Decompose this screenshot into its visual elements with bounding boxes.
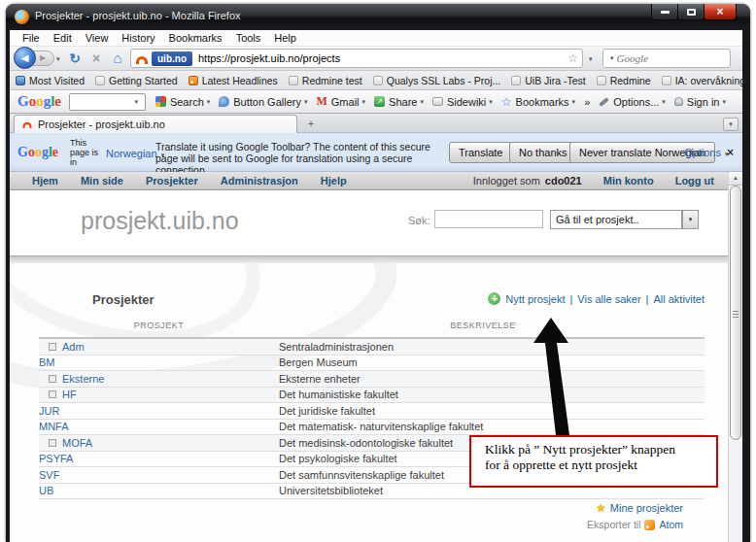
bookmark-getting-started[interactable]: Getting Started [95, 75, 178, 86]
nav-administrasjon[interactable]: Administrasjon [221, 175, 298, 186]
menu-bookmarks[interactable]: Bookmarks [162, 32, 229, 44]
no-thanks-button[interactable]: No thanks [509, 142, 577, 163]
project-link[interactable]: MNFA [39, 421, 69, 432]
translate-close-icon[interactable]: × [727, 146, 734, 159]
project-link[interactable]: JUR [39, 405, 59, 417]
page-icon [511, 76, 521, 85]
url-text[interactable]: https://prosjekt.uib.no/projects [198, 52, 567, 64]
project-link[interactable]: Adm [62, 341, 85, 353]
menu-file[interactable]: File [16, 32, 47, 44]
bookmarks-toolbar: Most Visited Getting Started Latest Head… [10, 71, 742, 90]
menu-help[interactable]: Help [267, 32, 303, 44]
project-link[interactable]: UB [39, 485, 53, 496]
bookmark-latest-headlines[interactable]: Latest Headlines [189, 75, 278, 86]
all-activity-link[interactable]: All aktivitet [653, 293, 704, 305]
my-projects: ★ Mine prosjekter [596, 501, 683, 515]
reload-button[interactable]: ↻ [66, 50, 84, 67]
bookmark-star-icon[interactable]: ☆ [567, 51, 578, 65]
active-tab[interactable]: Prosjekter - prosjekt.uib.no [14, 115, 297, 133]
translate-options-link[interactable]: Options ▾ [684, 147, 729, 158]
location-bar[interactable]: uib.no https://prosjekt.uib.no/projects … [130, 49, 583, 68]
gt-overflow-chevron[interactable]: » [584, 96, 590, 108]
expand-toggle-icon[interactable] [49, 375, 56, 383]
dropdown-icon[interactable]: ▾ [134, 98, 138, 106]
page-icon [662, 76, 671, 85]
bookmark-most-visited[interactable]: Most Visited [16, 75, 85, 86]
menu-edit[interactable]: Edit [47, 32, 79, 44]
expand-toggle-icon[interactable] [49, 439, 56, 447]
atom-link[interactable]: Atom [659, 519, 683, 530]
add-icon: + [488, 292, 500, 305]
bookmark-redmine-test[interactable]: Redmine test [289, 75, 362, 86]
engine-dropdown-icon[interactable]: ▾ [610, 54, 614, 62]
window-controls: × [652, 4, 737, 20]
sidewiki-icon [432, 97, 443, 106]
table-row: MNFADet matematisk- naturvitenskaplige f… [39, 420, 704, 436]
bookmark-ia-overvakning[interactable]: IA: overvåkning -På hø... [662, 75, 742, 86]
gt-bookmarks[interactable]: ☆Bookmarks▾ [501, 95, 575, 109]
google-toolbar-search-input[interactable]: ▾ [69, 93, 146, 111]
nav-min-side[interactable]: Min side [81, 175, 123, 186]
scrollbar-thumb[interactable] [730, 186, 741, 440]
new-tab-button[interactable]: + [303, 118, 319, 131]
scroll-up-icon[interactable]: ▲ [729, 172, 742, 186]
project-link[interactable]: BM [39, 356, 55, 368]
expand-toggle-icon[interactable] [49, 390, 56, 398]
bookmarks-star-icon: ☆ [501, 95, 512, 109]
gt-gmail[interactable]: MGmail▾ [316, 94, 365, 109]
new-project-link[interactable]: Nytt prosjekt [505, 293, 565, 305]
search-input[interactable] [617, 52, 742, 64]
gt-search-button[interactable]: Search▾ [155, 96, 210, 108]
menu-history[interactable]: History [115, 32, 161, 44]
nav-prosjekter[interactable]: Prosjekter [146, 175, 198, 186]
expand-toggle-icon[interactable] [49, 343, 56, 351]
bookmark-redmine[interactable]: Redmine [597, 75, 651, 86]
view-all-issues-link[interactable]: Vis alle saker [577, 293, 640, 305]
tab-title: Prosjekter - prosjekt.uib.no [38, 119, 165, 130]
logout-link[interactable]: Logg ut [675, 175, 714, 186]
gt-sidewiki[interactable]: Sidewiki▾ [432, 96, 493, 108]
maximize-button[interactable] [677, 4, 704, 20]
gt-button-gallery[interactable]: Button Gallery▾ [219, 96, 307, 108]
scrollbar-grip [733, 311, 739, 319]
project-jump-select[interactable]: Gå til et prosjekt.. [550, 210, 682, 229]
table-row: JURDet juridiske fakultet [39, 403, 704, 420]
my-account-link[interactable]: Min konto [603, 175, 654, 186]
project-link[interactable]: PSYFA [39, 453, 73, 464]
column-header-project: PROSJEKT [39, 321, 279, 330]
site-top-menu: Hjem Min side Prosjekter Administrasjon … [10, 172, 728, 190]
bookmark-uib-jira[interactable]: UiB Jira -Test [511, 75, 585, 86]
list-all-tabs-button[interactable]: ▾ [723, 118, 739, 131]
project-link[interactable]: Eksterne [62, 373, 104, 385]
close-button[interactable]: × [704, 4, 737, 20]
table-row: EksterneEksterne enheter [39, 371, 704, 388]
stop-button[interactable]: × [87, 50, 105, 67]
menu-view[interactable]: View [79, 32, 116, 44]
project-link[interactable]: MOFA [62, 437, 92, 449]
site-identity-chip[interactable]: uib.no [152, 51, 192, 66]
project-link[interactable]: HF [62, 389, 77, 400]
column-header-description: BESKRIVELSE [279, 321, 687, 330]
dropdown-icon: ▾ [304, 98, 308, 106]
gt-sign-in[interactable]: Sign in▾ [674, 96, 726, 108]
nav-hjem[interactable]: Hjem [32, 175, 58, 186]
table-row: BMBergen Museum [39, 356, 704, 372]
history-dropdown-icon[interactable]: ▾ [56, 55, 60, 63]
back-button[interactable]: ◀ [14, 47, 36, 69]
minimize-button[interactable] [651, 4, 678, 20]
site-search-input[interactable] [434, 210, 543, 228]
web-search-box[interactable]: ▾ [602, 49, 731, 68]
bookmark-qualys[interactable]: Qualys SSL Labs - Proj... [373, 75, 501, 86]
nav-hjelp[interactable]: Hjelp [321, 175, 347, 186]
urlbar-dropdown-icon[interactable]: ▾ [589, 55, 593, 63]
menu-tools[interactable]: Tools [229, 32, 268, 44]
project-link[interactable]: SVF [39, 469, 59, 481]
username-link[interactable]: cdo021 [545, 175, 582, 186]
my-projects-link[interactable]: Mine prosjekter [610, 502, 683, 514]
translate-button[interactable]: Translate [449, 142, 512, 163]
gt-share[interactable]: ↗Share▾ [374, 96, 424, 108]
project-select-arrow-icon[interactable]: ▾ [682, 210, 699, 229]
home-button[interactable]: ⌂ [109, 50, 126, 67]
gt-options[interactable]: Options...▾ [599, 96, 666, 108]
vertical-scrollbar[interactable]: ▲ [728, 172, 742, 542]
